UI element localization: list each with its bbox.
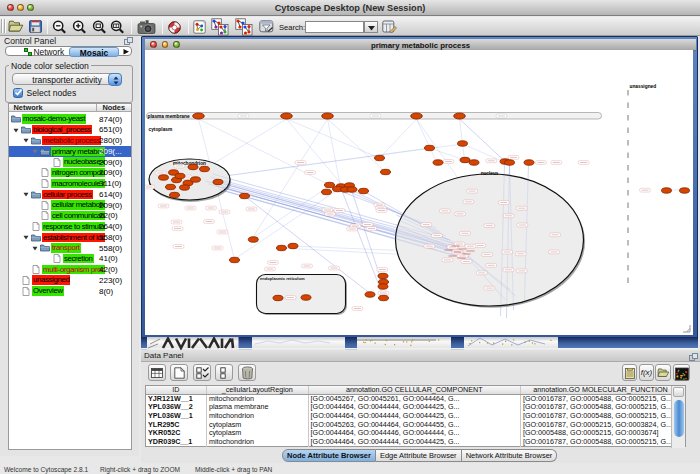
svg-text:unassigned: unassigned	[629, 84, 656, 89]
svg-text:endoplasmic reticulum: endoplasmic reticulum	[260, 276, 305, 281]
svg-text:plasma membrane: plasma membrane	[147, 114, 189, 119]
svg-text:nucleus: nucleus	[480, 171, 498, 176]
svg-text:cytoplasm: cytoplasm	[148, 127, 172, 132]
